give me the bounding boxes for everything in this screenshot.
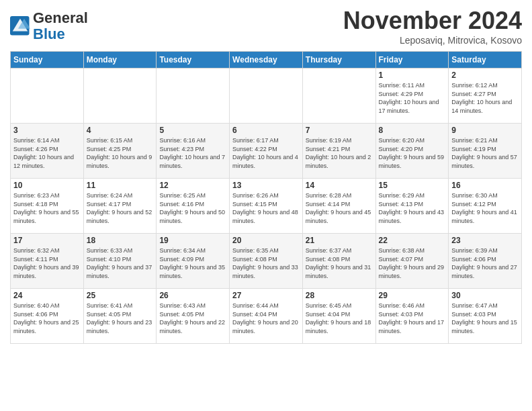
day-info: Sunrise: 6:11 AM Sunset: 4:29 PM Dayligh… <box>379 81 446 115</box>
day-info: Sunrise: 6:34 AM Sunset: 4:09 PM Dayligh… <box>159 246 226 280</box>
calendar-cell: 19Sunrise: 6:34 AM Sunset: 4:09 PM Dayli… <box>157 234 230 289</box>
calendar-cell: 20Sunrise: 6:35 AM Sunset: 4:08 PM Dayli… <box>230 234 303 289</box>
day-info: Sunrise: 6:19 AM Sunset: 4:21 PM Dayligh… <box>306 136 373 170</box>
day-info: Sunrise: 6:14 AM Sunset: 4:26 PM Dayligh… <box>13 136 81 170</box>
day-number: 12 <box>159 181 226 190</box>
day-number: 3 <box>13 126 81 135</box>
day-info: Sunrise: 6:26 AM Sunset: 4:15 PM Dayligh… <box>232 191 300 225</box>
calendar-cell: 27Sunrise: 6:44 AM Sunset: 4:04 PM Dayli… <box>230 289 303 344</box>
calendar-cell: 5Sunrise: 6:16 AM Sunset: 4:23 PM Daylig… <box>157 124 230 179</box>
day-number: 22 <box>379 236 446 245</box>
day-number: 9 <box>451 126 519 135</box>
col-wednesday: Wednesday <box>230 52 303 68</box>
day-number: 17 <box>13 236 81 245</box>
calendar-week-4: 17Sunrise: 6:32 AM Sunset: 4:11 PM Dayli… <box>11 234 522 289</box>
day-info: Sunrise: 6:39 AM Sunset: 4:06 PM Dayligh… <box>451 246 519 280</box>
day-number: 21 <box>306 236 373 245</box>
day-number: 27 <box>232 291 300 300</box>
header: General Blue November 2024 Leposaviq, Mi… <box>10 7 522 46</box>
day-number: 4 <box>87 126 154 135</box>
day-number: 26 <box>159 291 226 300</box>
col-saturday: Saturday <box>449 52 522 68</box>
day-number: 13 <box>232 181 300 190</box>
calendar-cell: 26Sunrise: 6:43 AM Sunset: 4:05 PM Dayli… <box>157 289 230 344</box>
calendar-cell: 28Sunrise: 6:45 AM Sunset: 4:04 PM Dayli… <box>302 289 375 344</box>
day-number: 1 <box>379 71 446 80</box>
day-info: Sunrise: 6:37 AM Sunset: 4:08 PM Dayligh… <box>306 246 373 280</box>
calendar-cell: 18Sunrise: 6:33 AM Sunset: 4:10 PM Dayli… <box>83 234 157 289</box>
day-info: Sunrise: 6:46 AM Sunset: 4:03 PM Dayligh… <box>379 302 446 335</box>
day-number: 11 <box>87 181 154 190</box>
day-number: 18 <box>87 236 154 245</box>
day-info: Sunrise: 6:21 AM Sunset: 4:19 PM Dayligh… <box>451 136 519 170</box>
calendar-cell: 29Sunrise: 6:46 AM Sunset: 4:03 PM Dayli… <box>375 289 449 344</box>
col-tuesday: Tuesday <box>157 52 230 68</box>
day-number: 2 <box>451 71 519 80</box>
col-friday: Friday <box>375 52 449 68</box>
calendar-cell <box>11 68 84 124</box>
title-block: November 2024 Leposaviq, Mitrovica, Koso… <box>343 7 522 46</box>
day-info: Sunrise: 6:25 AM Sunset: 4:16 PM Dayligh… <box>159 191 226 225</box>
header-row: Sunday Monday Tuesday Wednesday Thursday… <box>11 52 522 68</box>
day-number: 19 <box>159 236 226 245</box>
page-container: General Blue November 2024 Leposaviq, Mi… <box>0 0 532 351</box>
calendar-cell: 24Sunrise: 6:40 AM Sunset: 4:06 PM Dayli… <box>11 289 84 344</box>
calendar-cell: 21Sunrise: 6:37 AM Sunset: 4:08 PM Dayli… <box>302 234 375 289</box>
month-title: November 2024 <box>343 7 522 35</box>
calendar-cell: 10Sunrise: 6:23 AM Sunset: 4:18 PM Dayli… <box>11 179 84 234</box>
day-info: Sunrise: 6:45 AM Sunset: 4:04 PM Dayligh… <box>306 302 373 335</box>
calendar-week-3: 10Sunrise: 6:23 AM Sunset: 4:18 PM Dayli… <box>11 179 522 234</box>
day-info: Sunrise: 6:17 AM Sunset: 4:22 PM Dayligh… <box>232 136 300 170</box>
calendar-cell <box>157 68 230 124</box>
calendar-cell: 30Sunrise: 6:47 AM Sunset: 4:03 PM Dayli… <box>449 289 522 344</box>
day-number: 16 <box>451 181 519 190</box>
calendar-cell: 23Sunrise: 6:39 AM Sunset: 4:06 PM Dayli… <box>449 234 522 289</box>
day-number: 30 <box>451 291 519 300</box>
day-info: Sunrise: 6:43 AM Sunset: 4:05 PM Dayligh… <box>159 302 226 335</box>
day-info: Sunrise: 6:44 AM Sunset: 4:04 PM Dayligh… <box>232 302 300 335</box>
calendar-cell: 9Sunrise: 6:21 AM Sunset: 4:19 PM Daylig… <box>449 124 522 179</box>
location: Leposaviq, Mitrovica, Kosovo <box>343 35 522 46</box>
day-info: Sunrise: 6:35 AM Sunset: 4:08 PM Dayligh… <box>232 246 300 280</box>
calendar-cell: 14Sunrise: 6:28 AM Sunset: 4:14 PM Dayli… <box>302 179 375 234</box>
day-info: Sunrise: 6:29 AM Sunset: 4:13 PM Dayligh… <box>379 191 446 225</box>
col-thursday: Thursday <box>302 52 375 68</box>
day-info: Sunrise: 6:47 AM Sunset: 4:03 PM Dayligh… <box>451 302 519 335</box>
calendar-cell: 15Sunrise: 6:29 AM Sunset: 4:13 PM Dayli… <box>375 179 449 234</box>
calendar-cell: 4Sunrise: 6:15 AM Sunset: 4:25 PM Daylig… <box>83 124 157 179</box>
logo-general: General <box>33 9 88 26</box>
day-info: Sunrise: 6:24 AM Sunset: 4:17 PM Dayligh… <box>87 191 154 225</box>
calendar-cell: 11Sunrise: 6:24 AM Sunset: 4:17 PM Dayli… <box>83 179 157 234</box>
day-number: 24 <box>13 291 81 300</box>
calendar-cell <box>302 68 375 124</box>
calendar-table: Sunday Monday Tuesday Wednesday Thursday… <box>10 51 522 344</box>
calendar-cell: 1Sunrise: 6:11 AM Sunset: 4:29 PM Daylig… <box>375 68 449 124</box>
calendar-cell: 12Sunrise: 6:25 AM Sunset: 4:16 PM Dayli… <box>157 179 230 234</box>
col-monday: Monday <box>83 52 157 68</box>
day-info: Sunrise: 6:16 AM Sunset: 4:23 PM Dayligh… <box>159 136 226 170</box>
day-number: 8 <box>379 126 446 135</box>
day-number: 6 <box>232 126 300 135</box>
day-info: Sunrise: 6:15 AM Sunset: 4:25 PM Dayligh… <box>87 136 154 170</box>
calendar-week-5: 24Sunrise: 6:40 AM Sunset: 4:06 PM Dayli… <box>11 289 522 344</box>
day-info: Sunrise: 6:40 AM Sunset: 4:06 PM Dayligh… <box>13 302 81 335</box>
calendar-cell: 25Sunrise: 6:41 AM Sunset: 4:05 PM Dayli… <box>83 289 157 344</box>
calendar-cell: 7Sunrise: 6:19 AM Sunset: 4:21 PM Daylig… <box>302 124 375 179</box>
calendar-cell: 3Sunrise: 6:14 AM Sunset: 4:26 PM Daylig… <box>11 124 84 179</box>
day-number: 23 <box>451 236 519 245</box>
day-info: Sunrise: 6:41 AM Sunset: 4:05 PM Dayligh… <box>87 302 154 335</box>
calendar-cell <box>83 68 157 124</box>
day-info: Sunrise: 6:33 AM Sunset: 4:10 PM Dayligh… <box>87 246 154 280</box>
logo-blue: Blue <box>33 26 65 42</box>
logo: General Blue <box>10 10 88 42</box>
calendar-cell: 22Sunrise: 6:38 AM Sunset: 4:07 PM Dayli… <box>375 234 449 289</box>
logo-icon <box>10 16 30 36</box>
day-number: 10 <box>13 181 81 190</box>
calendar-cell <box>230 68 303 124</box>
day-info: Sunrise: 6:32 AM Sunset: 4:11 PM Dayligh… <box>13 246 81 280</box>
calendar-cell: 2Sunrise: 6:12 AM Sunset: 4:27 PM Daylig… <box>449 68 522 124</box>
day-number: 15 <box>379 181 446 190</box>
day-number: 5 <box>159 126 226 135</box>
day-info: Sunrise: 6:20 AM Sunset: 4:20 PM Dayligh… <box>379 136 446 170</box>
calendar-cell: 6Sunrise: 6:17 AM Sunset: 4:22 PM Daylig… <box>230 124 303 179</box>
